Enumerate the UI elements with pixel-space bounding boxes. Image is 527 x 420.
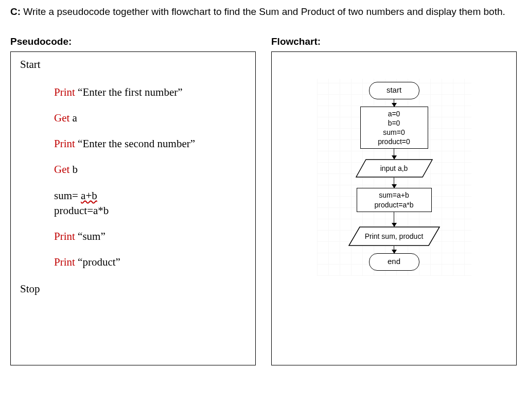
pc-line-get-b: Get b — [54, 163, 246, 176]
flowchart-box: start a=0 b=0 sum=0 product=0 input a,b — [271, 51, 517, 365]
flowchart-input: input a,b — [356, 159, 433, 178]
pc-keyword: Print — [54, 137, 75, 150]
fc-text: product=0 — [366, 137, 423, 146]
flowchart-diagram: start a=0 b=0 sum=0 product=0 input a,b — [317, 79, 471, 276]
pc-text: “Enter the second number” — [75, 137, 195, 150]
fc-text: sum=a+b — [362, 190, 426, 200]
flowchart-heading: Flowchart: — [271, 36, 517, 47]
pc-line-product: product=a*b — [54, 204, 246, 217]
fc-text: a=0 — [366, 109, 423, 118]
question-text: Write a pseudocode together with flowcha… — [23, 6, 505, 17]
pc-line-get-a: Get a — [54, 111, 246, 125]
flowchart-init: a=0 b=0 sum=0 product=0 — [360, 107, 428, 149]
pc-start: Start — [20, 58, 246, 71]
fc-text: sum=0 — [366, 128, 423, 137]
question-label: C: — [10, 6, 21, 17]
pc-line-print2: Print “Enter the second number” — [54, 137, 246, 150]
pc-line-printproduct: Print “product” — [54, 255, 246, 269]
fc-text: input a,b — [356, 159, 433, 178]
pc-stop: Stop — [20, 283, 246, 295]
pc-keyword: Print — [54, 86, 75, 98]
flowchart-column: Flowchart: start a=0 b=0 sum=0 product=0… — [271, 36, 517, 365]
flowchart-arrow — [394, 99, 394, 107]
flowchart-output: Print sum, product — [348, 226, 440, 246]
flowchart-end: end — [369, 253, 419, 271]
flowchart-arrow — [394, 212, 394, 226]
flowchart-arrow — [394, 149, 394, 159]
flowchart-arrow — [394, 246, 394, 253]
flowchart-calc: sum=a+b product=a*b — [357, 188, 432, 212]
pseudocode-box: Start Print “Enter the first number” Get… — [10, 51, 256, 365]
pc-text-wavy: a+b — [81, 189, 97, 202]
pc-line-printsum: Print “sum” — [54, 230, 246, 243]
pc-keyword: Print — [54, 230, 75, 242]
fc-text: b=0 — [366, 118, 423, 128]
pc-line-print1: Print “Enter the first number” — [54, 85, 246, 99]
pseudocode-column: Pseudocode: Start Print “Enter the first… — [10, 36, 256, 365]
pseudocode-heading: Pseudocode: — [10, 36, 256, 47]
question-prompt: C: Write a pseudocode together with flow… — [10, 5, 517, 19]
pc-text: sum= — [54, 189, 81, 202]
fc-text: Print sum, product — [348, 226, 440, 246]
pc-line-sum: sum= a+b — [54, 189, 246, 203]
flowchart-arrow — [394, 178, 394, 188]
fc-text: product=a*b — [362, 200, 426, 209]
pc-text: a — [69, 112, 77, 124]
pc-text: “sum” — [75, 230, 106, 242]
pc-text: b — [69, 163, 78, 176]
pc-keyword: Print — [54, 256, 75, 268]
pc-keyword: Get — [54, 112, 69, 124]
flowchart-start: start — [369, 82, 419, 99]
pc-text: “product” — [75, 256, 120, 268]
pc-keyword: Get — [54, 163, 69, 176]
pc-text: “Enter the first number” — [75, 86, 183, 98]
